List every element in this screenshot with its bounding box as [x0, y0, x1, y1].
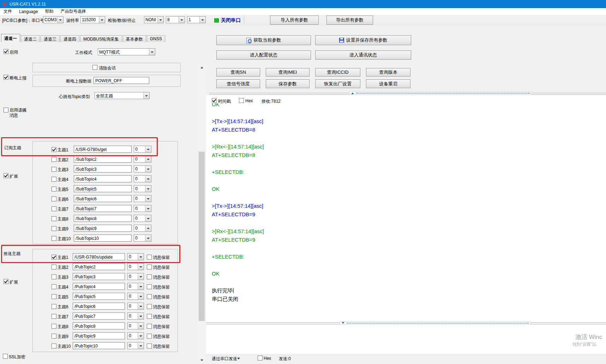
qos-select[interactable]: 0 [127, 263, 144, 270]
retain-checkbox[interactable] [147, 344, 152, 348]
query-signal-button[interactable]: 查信号强度 [216, 79, 260, 88]
retain-checkbox[interactable] [147, 294, 152, 299]
topic-input[interactable]: /SubTopic5 [74, 185, 132, 192]
menu-product-model[interactable]: 产品型号选择 [57, 8, 89, 15]
enable-checkbox[interactable] [4, 49, 8, 54]
retain-checkbox[interactable] [147, 324, 152, 329]
qos-select[interactable]: 0 [134, 195, 151, 202]
qos-select[interactable]: 0 [134, 185, 151, 192]
topic-input[interactable]: /PubTopic2 [73, 263, 125, 270]
top-splitter-handle[interactable] [349, 91, 532, 95]
retain-checkbox[interactable] [147, 284, 152, 289]
topic-checkbox[interactable] [52, 216, 56, 221]
chevron-down-icon[interactable] [145, 156, 151, 162]
ssl-checkbox[interactable] [3, 354, 8, 359]
tab-channel-3[interactable]: 通道三 [41, 35, 60, 42]
chevron-down-icon[interactable] [145, 205, 151, 212]
retain-checkbox[interactable] [147, 304, 152, 309]
baud-select[interactable]: 115200 [80, 16, 105, 23]
qos-select[interactable]: 0 [127, 283, 144, 290]
topic-input[interactable]: /SubTopic6 [74, 195, 132, 202]
topic-input[interactable]: /PubTopic5 [73, 293, 125, 300]
topic-checkbox[interactable] [52, 167, 56, 172]
chevron-down-icon[interactable] [145, 176, 151, 182]
topic-input[interactable]: /PubTopic6 [73, 303, 125, 310]
chevron-down-icon[interactable] [145, 215, 151, 222]
scroll-down-icon[interactable] [198, 357, 205, 363]
retain-checkbox[interactable] [147, 314, 152, 319]
qos-select[interactable]: 0 [127, 273, 144, 280]
poweroff-data-input[interactable]: POWER_OFF [94, 77, 149, 84]
chevron-down-icon[interactable] [145, 235, 151, 241]
topic-checkbox[interactable] [52, 294, 56, 299]
retain-checkbox[interactable] [147, 255, 152, 260]
qos-select[interactable]: 0 [134, 225, 151, 232]
work-mode-select[interactable]: MQTT模式 [98, 48, 155, 55]
chevron-down-icon[interactable] [179, 17, 185, 23]
save-params-button[interactable]: 保存参数 [266, 79, 310, 88]
close-port-button[interactable]: 关闭串口 [221, 17, 241, 24]
send-input-area[interactable] [206, 325, 606, 354]
chevron-down-icon[interactable] [99, 17, 105, 23]
clean-session-checkbox[interactable] [92, 65, 97, 70]
import-all-params-button[interactable]: 导入所有参数 [270, 16, 319, 25]
qos-select[interactable]: 0 [127, 332, 144, 339]
qos-select[interactable]: 0 [134, 165, 151, 172]
topic-input[interactable]: /PubTopic10 [73, 342, 125, 349]
topic-input[interactable]: /SubTopic8 [74, 215, 132, 222]
collapse-up-icon[interactable] [351, 91, 354, 94]
scroll-up-icon[interactable] [198, 65, 205, 71]
topic-input[interactable]: /SubTopic4 [74, 175, 132, 182]
chevron-down-icon[interactable] [145, 146, 151, 152]
topic-checkbox[interactable] [52, 236, 56, 241]
timestamp-checkbox[interactable] [212, 98, 217, 103]
topic-checkbox[interactable] [52, 196, 56, 201]
topic-checkbox[interactable] [52, 226, 56, 231]
chevron-down-icon[interactable] [199, 17, 205, 23]
topic-checkbox[interactable] [52, 274, 56, 279]
topic-input[interactable]: /USR-G780s/get [74, 146, 132, 153]
topic-input[interactable]: /SubTopic7 [74, 205, 132, 212]
topic-checkbox[interactable] [52, 304, 56, 309]
tab-channel-4[interactable]: 通道四 [60, 35, 79, 42]
query-iccid-button[interactable]: 查询ICCID [315, 68, 360, 77]
chevron-down-icon[interactable] [138, 293, 144, 299]
tab-channel-1[interactable]: 通道一 [1, 34, 20, 42]
topic-input[interactable]: /PubTopic8 [73, 322, 125, 329]
enter-config-state-button[interactable]: 进入配置状态 [216, 50, 311, 60]
chevron-down-icon[interactable] [138, 283, 144, 290]
retain-checkbox[interactable] [147, 265, 152, 269]
topic-input[interactable]: /PubTopic7 [73, 313, 125, 320]
topic-input[interactable]: /SubTopic10 [74, 235, 132, 242]
menu-language[interactable]: Language [16, 8, 41, 15]
databits-select[interactable]: 8 [166, 16, 185, 23]
factory-reset-button[interactable]: 恢复出厂设置 [315, 79, 360, 88]
qos-select[interactable]: 0 [134, 205, 151, 212]
topic-checkbox[interactable] [52, 157, 56, 162]
chevron-down-icon[interactable] [138, 323, 144, 329]
port-select[interactable]: COM3 [43, 16, 64, 23]
publish-extend-checkbox[interactable] [4, 279, 8, 284]
heartbeat-topic-select[interactable]: 全部主题 [95, 92, 150, 99]
chevron-down-icon[interactable] [145, 186, 151, 192]
chevron-down-icon[interactable] [157, 17, 163, 23]
poweroff-report-checkbox[interactable] [4, 75, 8, 80]
enter-comm-state-button[interactable]: 进入通讯状态 [315, 50, 411, 60]
qos-select[interactable]: 0 [127, 342, 144, 349]
vertical-scrollbar[interactable] [198, 65, 205, 363]
chevron-down-icon[interactable] [138, 263, 144, 270]
qos-select[interactable]: 0 [127, 253, 144, 260]
topic-input[interactable]: /PubTopic9 [73, 332, 125, 339]
topic-checkbox[interactable] [52, 314, 56, 319]
subscribe-extend-checkbox[interactable] [4, 173, 8, 178]
send-via-serial-dropdown[interactable]: 通过串口发送 [212, 356, 237, 362]
qos-select[interactable]: 0 [134, 146, 151, 153]
chevron-down-icon[interactable] [237, 358, 240, 361]
chevron-down-icon[interactable] [138, 303, 144, 309]
chevron-down-icon[interactable] [145, 195, 151, 202]
chevron-down-icon[interactable] [138, 333, 144, 339]
topic-checkbox[interactable] [52, 334, 56, 339]
serial-log[interactable]: OK >[Tx->][14:57:14][asc]AT+SELECTDB=8 >… [212, 103, 600, 322]
tab-gnss[interactable]: GNSS [147, 35, 165, 42]
menu-help[interactable]: 帮助 [41, 8, 57, 15]
